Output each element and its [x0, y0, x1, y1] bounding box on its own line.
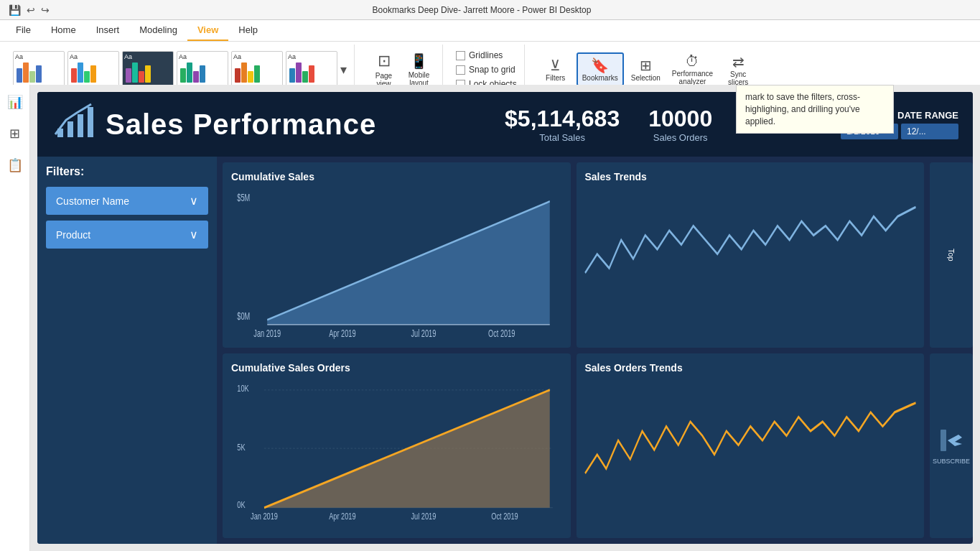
dashboard-metrics: $5,114,683 Total Sales 10000 Sales Order… — [505, 106, 712, 143]
theme-swatch-2[interactable]: Aa — [67, 51, 119, 88]
sales-trends-title: Sales Trends — [585, 171, 916, 182]
cumulative-sales-orders-body: 10K 5K 0K Jan 2019 Apr 2 — [231, 379, 562, 530]
page-view-button[interactable]: ⊡ Pageview — [368, 49, 400, 91]
cumulative-sales-body: $5M $0M Jan 2019 Apr 2019 Jul 2019 — [231, 188, 562, 339]
total-sales-value: $5,114,683 — [505, 106, 620, 132]
sales-trends-card: Sales Trends — [577, 162, 925, 348]
title-bar: 💾 ↩ ↪ Bookmarks Deep Dive- Jarrett Moore… — [0, 0, 980, 20]
svg-text:10K: 10K — [237, 383, 249, 393]
theme-swatch-4[interactable]: Aa — [177, 51, 228, 88]
tab-modeling[interactable]: Modeling — [129, 20, 187, 41]
sales-orders-trends-body — [585, 379, 916, 530]
filters-pane-button[interactable]: ⊻ Filters — [538, 54, 574, 85]
dashboard-icon — [52, 98, 95, 150]
filters-icon: ⊻ — [550, 57, 561, 74]
theme-swatch-3[interactable]: Aa — [122, 51, 174, 88]
filters-panel: Filters: Customer Name ∨ Product ∨ — [37, 157, 217, 544]
svg-text:Apr 2019: Apr 2019 — [329, 511, 355, 521]
cumulative-sales-title: Cumulative Sales — [231, 171, 562, 182]
svg-rect-2 — [78, 114, 83, 137]
svg-text:5K: 5K — [237, 441, 245, 451]
snap-to-grid-checkbox[interactable]: Snap to grid — [456, 65, 517, 75]
selection-icon: ⊞ — [640, 57, 652, 74]
total-sales-label: Total Sales — [505, 132, 620, 143]
bookmarks-pane-label: Bookmarks — [582, 74, 618, 82]
tab-insert[interactable]: Insert — [86, 20, 130, 41]
save-icon[interactable]: 💾 — [9, 4, 21, 16]
sales-orders-value: 10000 — [648, 106, 712, 132]
filters-pane-label: Filters — [546, 74, 565, 82]
charts-area: Cumulative Sales $5M $0M — [217, 157, 930, 544]
svg-rect-23 — [941, 430, 946, 451]
dashboard-title: Sales Performance — [106, 108, 376, 141]
customer-name-chevron: ∨ — [190, 194, 198, 208]
sales-orders-trends-title: Sales Orders Trends — [585, 362, 916, 374]
undo-icon[interactable]: ↩ — [27, 4, 35, 16]
sidebar-chart-icon[interactable]: 📊 — [4, 91, 27, 114]
tab-file[interactable]: File — [6, 20, 41, 41]
theme-swatch-1[interactable]: Aa — [13, 51, 65, 88]
svg-text:Jul 2019: Jul 2019 — [411, 328, 437, 340]
tab-help[interactable]: Help — [228, 20, 268, 41]
subscribe-label: SUBSCRIBE — [933, 458, 970, 465]
sync-slicers-button[interactable]: ⇄ Syncslicers — [720, 50, 756, 89]
sales-orders-metric: 10000 Sales Orders — [648, 106, 712, 143]
redo-icon[interactable]: ↪ — [41, 4, 50, 16]
tooltip-box: mark to save the filters, cross-highligh… — [736, 85, 894, 134]
gridlines-box[interactable] — [456, 51, 465, 60]
sales-orders-trends-card: Sales Orders Trends — [577, 353, 925, 539]
mobile-icon: 📱 — [410, 52, 428, 70]
snap-grid-box[interactable] — [456, 65, 465, 75]
svg-text:Oct 2019: Oct 2019 — [491, 511, 518, 521]
title-area: Sales Performance — [52, 98, 376, 150]
canvas-area: mark to save the filters, cross-highligh… — [30, 85, 980, 551]
mobile-layout-button[interactable]: 📱 Mobilelayout — [403, 50, 435, 90]
selection-pane-button[interactable]: ⊞ Selection — [627, 54, 665, 85]
top-partial-label: Top — [947, 249, 956, 261]
svg-text:Oct 2019: Oct 2019 — [488, 328, 515, 340]
total-sales-metric: $5,114,683 Total Sales — [505, 106, 620, 143]
sync-icon: ⇄ — [732, 53, 745, 70]
dashboard-body: Filters: Customer Name ∨ Product ∨ Cumul… — [37, 157, 973, 544]
product-chevron: ∨ — [190, 228, 198, 241]
ribbon-tabs: File Home Insert Modeling View Help — [0, 20, 980, 42]
theme-swatch-5[interactable]: Aa — [231, 51, 283, 88]
date-end-input[interactable] — [901, 124, 958, 139]
sidebar-data-icon[interactable]: 📋 — [4, 154, 27, 177]
customer-name-filter[interactable]: Customer Name ∨ — [46, 187, 208, 215]
cumulative-sales-orders-title: Cumulative Sales Orders — [231, 362, 562, 374]
sync-slicers-label: Syncslicers — [728, 70, 748, 86]
bookmarks-pane-button[interactable]: 🔖 Bookmarks — [577, 52, 624, 86]
svg-text:Apr 2019: Apr 2019 — [329, 328, 356, 340]
svg-text:Jul 2019: Jul 2019 — [411, 511, 437, 521]
svg-text:$5M: $5M — [237, 192, 250, 204]
selection-pane-label: Selection — [631, 74, 661, 82]
customer-name-label: Customer Name — [56, 195, 129, 207]
filters-title: Filters: — [46, 165, 208, 178]
page-view-icon: ⊡ — [378, 52, 391, 70]
theme-swatch-6[interactable]: Aa — [286, 51, 337, 88]
theme-expand-arrow[interactable]: ▾ — [340, 62, 347, 78]
left-sidebar: 📊 ⊞ 📋 — [0, 85, 30, 551]
tooltip-text: mark to save the filters, cross-highligh… — [745, 92, 860, 126]
sidebar-grid-icon[interactable]: ⊞ — [6, 122, 24, 145]
window-title: Bookmarks Deep Dive- Jarrett Moore - Pow… — [373, 5, 592, 15]
svg-rect-3 — [88, 107, 93, 137]
sales-trends-body — [585, 188, 916, 339]
product-filter[interactable]: Product ∨ — [46, 221, 208, 249]
product-label: Product — [56, 229, 90, 241]
cumulative-sales-card: Cumulative Sales $5M $0M — [223, 162, 571, 348]
svg-text:Jan 2019: Jan 2019 — [251, 511, 278, 521]
tab-home[interactable]: Home — [41, 20, 86, 41]
svg-text:Jan 2019: Jan 2019 — [253, 328, 281, 340]
tab-view[interactable]: View — [187, 20, 228, 41]
date-range-label: DATE RANGE — [897, 110, 958, 121]
bookmarks-icon: 🔖 — [591, 57, 609, 74]
performance-icon: ⏱ — [685, 53, 699, 70]
title-bar-controls[interactable]: 💾 ↩ ↪ — [9, 4, 50, 16]
svg-rect-1 — [67, 121, 73, 137]
performance-label: Performanceanalyzer — [672, 70, 713, 85]
performance-analyzer-button[interactable]: ⏱ Performanceanalyzer — [668, 50, 717, 88]
gridlines-checkbox[interactable]: Gridlines — [456, 50, 517, 60]
sales-orders-label: Sales Orders — [648, 132, 712, 143]
